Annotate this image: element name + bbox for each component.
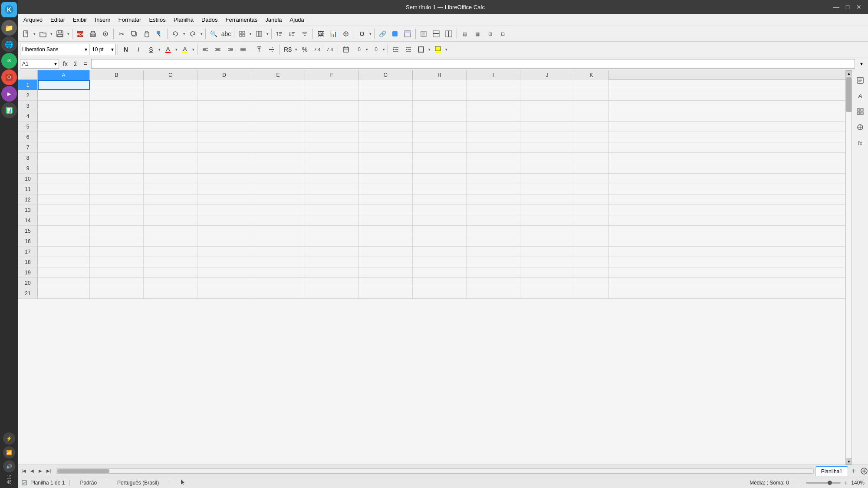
print-button[interactable] [87, 28, 99, 40]
cell-I11[interactable] [467, 184, 520, 194]
cell-F9[interactable] [305, 163, 359, 173]
app4-icon[interactable]: O [1, 69, 17, 85]
format-dec-dropdown[interactable]: ▾ [381, 43, 386, 56]
cell-K20[interactable] [574, 278, 609, 288]
cell-G21[interactable] [359, 288, 413, 298]
cell-E2[interactable] [251, 90, 305, 100]
cell-F21[interactable] [305, 288, 359, 298]
formula-input[interactable] [91, 59, 855, 69]
col-header-G[interactable]: G [359, 70, 413, 80]
cell-E11[interactable] [251, 184, 305, 194]
row-number-10[interactable]: 10 [18, 174, 38, 184]
cell-F8[interactable] [305, 153, 359, 163]
col-header-C[interactable]: C [144, 70, 197, 80]
row-number-12[interactable]: 12 [18, 195, 38, 204]
cell-G6[interactable] [359, 132, 413, 142]
cell-A16[interactable] [38, 236, 90, 246]
scroll-up-button[interactable]: ▲ [846, 70, 852, 76]
col-header-A[interactable]: A [38, 70, 90, 80]
rows-cols-button[interactable]: ▤ [459, 28, 471, 40]
bluetooth-icon[interactable]: ⚡ [3, 432, 15, 445]
cell-G5[interactable] [359, 122, 413, 132]
last-sheet-button[interactable]: ▶| [45, 467, 53, 475]
styles-icon[interactable]: A [854, 89, 867, 102]
col-header-B[interactable]: B [90, 70, 144, 80]
row-number-14[interactable]: 14 [18, 215, 38, 225]
menu-editar[interactable]: Editar [47, 15, 69, 24]
files-icon[interactable]: 📁 [1, 20, 17, 36]
menu-arquivo[interactable]: Arquivo [20, 15, 46, 24]
cell-B6[interactable] [90, 132, 144, 142]
cell-A2[interactable] [38, 90, 90, 100]
cell-D2[interactable] [197, 90, 251, 100]
cell-K21[interactable] [574, 288, 609, 298]
cell-K9[interactable] [574, 163, 609, 173]
sum-button[interactable]: Σ [72, 58, 80, 70]
row-number-4[interactable]: 4 [18, 111, 38, 121]
freeze-cols-button[interactable] [443, 28, 455, 40]
col-header-F[interactable]: F [305, 70, 359, 80]
cell-B8[interactable] [90, 153, 144, 163]
app3-icon[interactable]: ✉ [1, 53, 17, 69]
redo-button[interactable] [187, 28, 199, 40]
save-dropdown[interactable]: ▾ [66, 28, 70, 40]
cell-J21[interactable] [520, 288, 574, 298]
cell-J17[interactable] [520, 247, 574, 257]
cell-J5[interactable] [520, 122, 574, 132]
sort-desc-button[interactable] [286, 28, 298, 40]
format-inc-dropdown[interactable]: ▾ [365, 43, 369, 56]
cut-button[interactable]: ✂ [115, 28, 128, 40]
cell-D3[interactable] [197, 101, 251, 111]
cell-J15[interactable] [520, 226, 574, 236]
style-info[interactable]: Padrão [75, 480, 102, 486]
border-dropdown[interactable]: ▾ [427, 43, 431, 56]
app6-icon[interactable]: 📊 [1, 102, 17, 118]
row-number-9[interactable]: 9 [18, 163, 38, 173]
cell-B7[interactable] [90, 142, 144, 152]
os-logo-icon[interactable]: K [1, 2, 17, 17]
formula-expand-button[interactable]: ▾ [857, 59, 866, 69]
insert-function-button[interactable]: fx [61, 58, 70, 70]
scroll-thumb[interactable] [846, 77, 852, 112]
cell-K17[interactable] [574, 247, 609, 257]
cell-E1[interactable] [251, 80, 305, 90]
highlight-button[interactable]: A [179, 43, 191, 56]
cell-K1[interactable] [574, 80, 609, 90]
cell-C11[interactable] [144, 184, 197, 194]
cell-B21[interactable] [90, 288, 144, 298]
cell-E16[interactable] [251, 236, 305, 246]
font-size-selector[interactable]: 10 pt ▾ [90, 44, 116, 55]
font-name-selector[interactable]: Liberation Sans ▾ [20, 44, 89, 55]
cell-F5[interactable] [305, 122, 359, 132]
cell-B3[interactable] [90, 101, 144, 111]
cell-C8[interactable] [144, 153, 197, 163]
cell-H8[interactable] [413, 153, 467, 163]
cell-C10[interactable] [144, 174, 197, 184]
cell-I13[interactable] [467, 205, 520, 215]
cell-E14[interactable] [251, 215, 305, 225]
format-dec-button[interactable]: .0 [369, 43, 381, 56]
cell-A21[interactable] [38, 288, 90, 298]
maximize-button[interactable]: □ [844, 3, 852, 11]
cell-J18[interactable] [520, 257, 574, 267]
save-button[interactable] [54, 28, 66, 40]
cell-E20[interactable] [251, 278, 305, 288]
cell-A14[interactable] [38, 215, 90, 225]
cell-J12[interactable] [520, 195, 574, 204]
next-sheet-button[interactable]: ▶ [36, 467, 44, 475]
cell-G8[interactable] [359, 153, 413, 163]
first-sheet-button[interactable]: |◀ [20, 467, 28, 475]
cell-G14[interactable] [359, 215, 413, 225]
grid-button[interactable] [236, 28, 248, 40]
cell-I5[interactable] [467, 122, 520, 132]
cell-A20[interactable] [38, 278, 90, 288]
cell-A19[interactable] [38, 267, 90, 277]
paste-button[interactable] [141, 28, 153, 40]
new-sheet-icon[interactable] [860, 467, 868, 475]
valign-middle-button[interactable] [266, 43, 278, 56]
cell-I18[interactable] [467, 257, 520, 267]
insert-draw-button[interactable] [340, 28, 352, 40]
row-number-19[interactable]: 19 [18, 267, 38, 277]
cell-B15[interactable] [90, 226, 144, 236]
cell-H13[interactable] [413, 205, 467, 215]
